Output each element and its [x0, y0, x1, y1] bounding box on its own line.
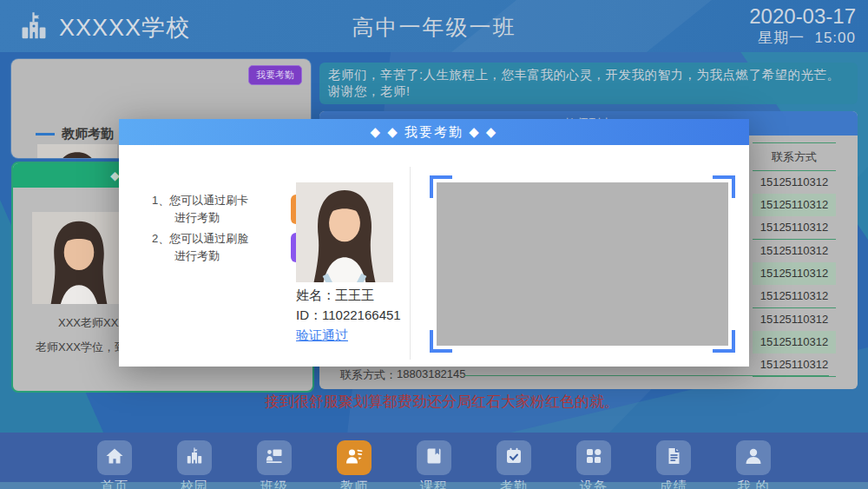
attendance-modal: ◆ ◆ 我要考勤 ◆ ◆ 1、您可以通过刷卡 进行考勤 2、您可以通过刷脸 进行… [119, 119, 749, 367]
attendance-icon [503, 446, 524, 470]
class-icon [264, 446, 285, 470]
contact-column: 联系方式 15125110312 15125110312 15125110312… [753, 142, 836, 377]
footer-divider [464, 375, 829, 376]
instruction-1-line2: 进行考勤 [174, 211, 220, 224]
device-icon [583, 446, 604, 470]
title-dash-icon [36, 133, 55, 135]
modal-title: ◆ ◆ 我要考勤 ◆ ◆ [119, 119, 749, 145]
teacher-icon [344, 446, 365, 470]
nav-item-scores[interactable]: 成绩 [656, 440, 691, 489]
date-text: 2020-03-17 [749, 4, 856, 29]
bottom-nav-bar: 首页 校园 班级 [0, 433, 868, 489]
contact-cell: 15125110312 [753, 308, 836, 331]
verified-teacher-photo [296, 182, 393, 282]
attendance-panel-title: 教师考勤 [62, 126, 114, 142]
camera-corner-bracket [713, 330, 735, 353]
contact-cell: 15125110312 [753, 285, 836, 308]
page-title: 高中一年级一班 [0, 13, 868, 42]
time-text: 15:00 [814, 30, 856, 46]
nav-item-class[interactable]: 班级 [257, 440, 292, 489]
course-icon [424, 446, 444, 470]
verify-passed-link[interactable]: 验证通过 [296, 327, 348, 344]
contact-cell: 15125110312 [753, 262, 836, 285]
contact-cell: 15125110312 [753, 171, 836, 194]
nav-item-devices[interactable]: 设备 [576, 440, 611, 489]
camera-corner-bracket [430, 330, 452, 353]
nav-item-course[interactable]: 课程 [417, 440, 451, 489]
score-icon [663, 446, 684, 470]
instruction-card-swipe: 1、您可以通过刷卡 进行考勤 [152, 192, 320, 227]
camera-corner-bracket [713, 175, 735, 198]
profile-icon [743, 446, 764, 470]
teacher-message-banner: 老师们，辛苦了:人生旅程上，您丰富我的心灵，开发我的智力，为我点燃了希望的光芒。… [319, 63, 858, 104]
nav-item-teacher[interactable]: 教师 [337, 440, 372, 489]
app-screen: XXXXX学校 高中一年级一班 2020-03-17 星期一 15:00 教师考… [0, 0, 868, 489]
contact-cell: 15125110312 [753, 194, 836, 216]
modal-name-field: 姓名：王王王 [296, 287, 374, 304]
camera-preview [430, 175, 735, 353]
footer-contact-label: 联系方式： [340, 367, 397, 383]
contact-cell: 15125110312 [753, 331, 836, 354]
datetime-block: 2020-03-17 星期一 15:00 [749, 4, 856, 46]
marquee-notice: 接到很舒服聚划算都费劲还分局红石大家粉红色的就。 [265, 392, 619, 412]
nav-item-attendance[interactable]: 考勤 [496, 440, 531, 489]
weekday-text: 星期一 [758, 30, 805, 46]
teacher-profile-photo [32, 212, 126, 304]
camera-corner-bracket [430, 175, 452, 198]
contact-column-header: 联系方式 [753, 142, 836, 171]
nav-item-campus[interactable]: 校园 [177, 440, 212, 489]
modal-id-field: ID：11022166451 [296, 307, 401, 324]
home-icon [104, 446, 125, 470]
contact-cell: 15125110312 [753, 216, 836, 240]
nav-item-home[interactable]: 首页 [97, 440, 132, 489]
nav-item-profile[interactable]: 我 的 [736, 440, 771, 489]
footer-contact-value: 18803182145 [397, 367, 466, 380]
header-bar: XXXXX学校 高中一年级一班 2020-03-17 星期一 15:00 [0, 0, 868, 52]
instruction-face-scan: 2、您可以通过刷脸 进行考勤 [152, 230, 320, 265]
modal-divider [410, 167, 411, 360]
instruction-2-line1: 2、您可以通过刷脸 [152, 232, 248, 245]
instruction-1-line1: 1、您可以通过刷卡 [152, 194, 248, 207]
instruction-2-line2: 进行考勤 [174, 249, 220, 262]
contact-cell: 15125110312 [753, 240, 836, 262]
attendance-button[interactable]: 我要考勤 [248, 65, 302, 85]
teacher-photo [37, 144, 117, 158]
school-icon [184, 446, 205, 470]
camera-feed-placeholder [437, 182, 728, 346]
banner-text: 老师们，辛苦了:人生旅程上，您丰富我的心灵，开发我的智力，为我点燃了希望的光芒。… [319, 67, 858, 100]
contact-cell: 15125110312 [753, 354, 836, 377]
